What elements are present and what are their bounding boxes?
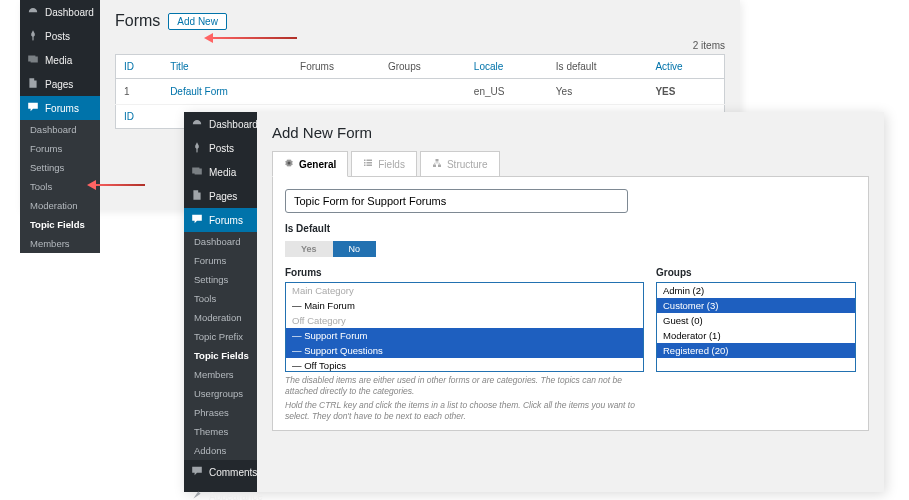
svg-rect-16	[433, 165, 436, 168]
list-option[interactable]: Moderator (1)	[657, 328, 855, 343]
forums-hint2: Hold the CTRL key and click the items in…	[285, 400, 644, 422]
sidebar-sub-moderation[interactable]: Moderation	[184, 308, 257, 327]
table-header[interactable]: Is default	[548, 55, 648, 79]
sidebar-sub-topic-fields[interactable]: Topic Fields	[184, 346, 257, 365]
svg-rect-14	[367, 165, 373, 167]
table-header[interactable]: Locale	[466, 55, 548, 79]
table-header[interactable]: Forums	[292, 55, 380, 79]
forums-icon	[27, 101, 39, 115]
sidebar-item-label: Pages	[209, 191, 237, 202]
svg-rect-11	[364, 162, 366, 164]
form-name-input[interactable]	[285, 189, 628, 213]
sidebar-sub-members[interactable]: Members	[184, 365, 257, 384]
struct-icon	[432, 158, 442, 170]
page-icon	[27, 77, 39, 91]
page-icon	[191, 189, 203, 203]
sidebar-item-pages[interactable]: Pages	[184, 184, 257, 208]
svg-rect-10	[367, 160, 373, 162]
sidebar-sub-topic-prefix[interactable]: Topic Prefix	[184, 327, 257, 346]
sidebar-item-posts[interactable]: Posts	[20, 24, 100, 48]
gear-icon	[284, 158, 294, 170]
sidebar-sub-forums[interactable]: Forums	[184, 251, 257, 270]
page-title: Add New Form	[272, 124, 869, 141]
sidebar-sub-themes[interactable]: Themes	[184, 422, 257, 441]
groups-listbox[interactable]: Admin (2)Customer (3)Guest (0)Moderator …	[656, 282, 856, 372]
sidebar-item-label: Appearance	[209, 491, 263, 501]
list-option[interactable]: — Support Forum	[286, 328, 643, 343]
svg-rect-17	[438, 165, 441, 168]
list-option[interactable]: Admin (2)	[657, 283, 855, 298]
is-default-toggle[interactable]: Yes No	[285, 241, 376, 257]
list-option[interactable]: — Support Questions	[286, 343, 643, 358]
sidebar-item-forums[interactable]: Forums	[20, 96, 100, 120]
sidebar-sub-tools[interactable]: Tools	[184, 289, 257, 308]
sidebar-item-dashboard[interactable]: Dashboard	[20, 0, 100, 24]
sidebar-sub-usergroups[interactable]: Usergroups	[184, 384, 257, 403]
page-title: Forms	[115, 12, 160, 30]
svg-rect-15	[435, 159, 438, 162]
sidebar-item-label: Media	[209, 167, 236, 178]
sidebar-item-label: Dashboard	[45, 7, 94, 18]
list-option[interactable]: — Main Forum	[286, 298, 643, 313]
sidebar-sub-phrases[interactable]: Phrases	[184, 403, 257, 422]
sidebar-item-pages[interactable]: Pages	[20, 72, 100, 96]
forums-hint: The disabled items are either used in ot…	[285, 375, 644, 397]
tab-general[interactable]: General	[272, 151, 348, 177]
svg-rect-12	[367, 162, 373, 164]
is-default-yes[interactable]: Yes	[285, 241, 333, 257]
is-default-no[interactable]: No	[333, 241, 377, 257]
sidebar-sub-addons[interactable]: Addons	[184, 441, 257, 460]
sidebar-item-posts[interactable]: Posts	[184, 136, 257, 160]
table-header[interactable]: ID	[116, 55, 163, 79]
sidebar-sub-settings[interactable]: Settings	[20, 158, 100, 177]
sidebar-item-appearance[interactable]: Appearance	[184, 484, 257, 500]
sidebar-item-label: Media	[45, 55, 72, 66]
arrow-annotation	[207, 37, 297, 39]
sidebar-item-comments[interactable]: Comments	[184, 460, 257, 484]
forums-icon	[191, 213, 203, 227]
list-option[interactable]: Registered (20)	[657, 343, 855, 358]
sidebar-sub-dashboard[interactable]: Dashboard	[20, 120, 100, 139]
list-option: Off Category	[286, 313, 643, 328]
is-default-label: Is Default	[285, 223, 856, 234]
sidebar-sub-members[interactable]: Members	[20, 234, 100, 253]
tab-fields[interactable]: Fields	[351, 151, 417, 177]
sidebar-sub-dashboard[interactable]: Dashboard	[184, 232, 257, 251]
sidebar-item-media[interactable]: Media	[184, 160, 257, 184]
table-header[interactable]: Active	[647, 55, 724, 79]
sidebar-item-media[interactable]: Media	[20, 48, 100, 72]
table-header[interactable]: Title	[162, 55, 292, 79]
table-footer: ID	[116, 105, 163, 129]
sidebar-sub-topic-fields[interactable]: Topic Fields	[20, 215, 100, 234]
media-icon	[27, 53, 39, 67]
sidebar-item-dashboard[interactable]: Dashboard	[184, 112, 257, 136]
pin-icon	[191, 141, 203, 155]
sidebar-sub-settings[interactable]: Settings	[184, 270, 257, 289]
media-icon	[191, 165, 203, 179]
list-option[interactable]: — Off Topics	[286, 358, 643, 372]
arrow-annotation	[90, 184, 145, 186]
tab-structure[interactable]: Structure	[420, 151, 500, 177]
table-row: 1Default Formen_USYesYES	[116, 79, 725, 105]
sidebar-item-label: Posts	[209, 143, 234, 154]
dashboard-icon	[27, 5, 39, 19]
sidebar-item-label: Forums	[209, 215, 243, 226]
table-header[interactable]: Groups	[380, 55, 466, 79]
svg-rect-9	[364, 160, 366, 162]
list-option[interactable]: Customer (3)	[657, 298, 855, 313]
list-option[interactable]: Guest (0)	[657, 313, 855, 328]
list-icon	[363, 158, 373, 170]
sidebar-sub-forums[interactable]: Forums	[20, 139, 100, 158]
sidebar-item-label: Pages	[45, 79, 73, 90]
sidebar-item-label: Posts	[45, 31, 70, 42]
svg-rect-13	[364, 165, 366, 167]
sidebar-sub-moderation[interactable]: Moderation	[20, 196, 100, 215]
comment-icon	[191, 465, 203, 479]
sidebar-item-forums[interactable]: Forums	[184, 208, 257, 232]
forums-listbox[interactable]: Main Category— Main ForumOff Category— S…	[285, 282, 644, 372]
sidebar-item-label: Forums	[45, 103, 79, 114]
groups-label: Groups	[656, 267, 856, 278]
sidebar-item-label: Comments	[209, 467, 257, 478]
appearance-icon	[191, 489, 203, 500]
add-new-button[interactable]: Add New	[168, 13, 227, 30]
